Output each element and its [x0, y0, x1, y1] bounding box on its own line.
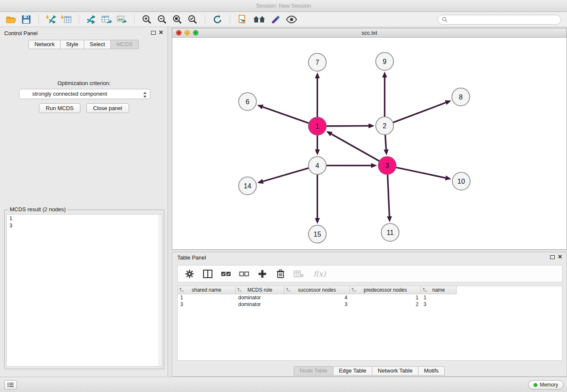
- open-session-button[interactable]: [4, 13, 18, 26]
- search-input[interactable]: [450, 17, 557, 22]
- column-header-shared-name[interactable]: shared name: [178, 286, 236, 294]
- table-header-row: shared nameMCDS rolesuccessor nodesprede…: [178, 286, 562, 294]
- result-line: 1: [7, 215, 162, 222]
- edge-arrow-icon: [257, 179, 264, 184]
- tab-select[interactable]: Select: [84, 40, 111, 49]
- column-header-name[interactable]: name: [421, 286, 457, 294]
- control-panel: Control Panel ✕ NetworkStyleSelectMCDS O…: [0, 27, 168, 377]
- node-label-7: 7: [316, 59, 319, 66]
- zoom-selected-button[interactable]: [186, 13, 199, 26]
- edge-4-14[interactable]: [263, 168, 309, 181]
- annotation-button[interactable]: [270, 13, 283, 26]
- tab-node-table[interactable]: Node Table: [294, 366, 333, 375]
- import-table-button[interactable]: [60, 13, 73, 26]
- add-column-button[interactable]: [256, 268, 268, 280]
- tab-network[interactable]: Network: [28, 40, 61, 49]
- delete-table-icon: [294, 270, 304, 278]
- sort-icon: [352, 288, 356, 292]
- show-hide-button[interactable]: [285, 13, 298, 26]
- select-all-button[interactable]: [220, 268, 232, 280]
- float-table-panel-icon[interactable]: [550, 255, 555, 259]
- unselect-all-button[interactable]: [238, 268, 250, 280]
- clipboard-network-button[interactable]: [236, 13, 249, 26]
- zoom-fit-button[interactable]: [171, 13, 184, 26]
- first-neighbors-icon: [253, 15, 266, 24]
- table-cell: 1: [421, 295, 457, 301]
- edge-2-3[interactable]: [385, 134, 386, 149]
- status-bar: Memory: [0, 377, 567, 392]
- edge-3-10[interactable]: [395, 167, 446, 178]
- show-panels-button[interactable]: [4, 380, 17, 389]
- toolbar-separator: [134, 15, 135, 24]
- table-cell: 4: [284, 295, 350, 301]
- close-panel-button[interactable]: Close panel: [86, 103, 129, 113]
- node-label-4: 4: [316, 162, 319, 169]
- node-label-1: 1: [316, 123, 319, 130]
- tab-network-table[interactable]: Network Table: [372, 366, 418, 375]
- function-builder-button[interactable]: f(x): [311, 268, 328, 280]
- annotation-icon: [271, 15, 281, 24]
- tab-style[interactable]: Style: [60, 40, 84, 49]
- table-cell: 1: [350, 295, 421, 301]
- toolbar-separator: [39, 15, 39, 24]
- mcds-result-list[interactable]: 13: [6, 214, 162, 367]
- tab-motifs[interactable]: Motifs: [418, 366, 445, 375]
- zoom-out-button[interactable]: [155, 13, 169, 26]
- table-settings-button[interactable]: [184, 268, 195, 280]
- zoom-in-button[interactable]: [140, 13, 154, 26]
- table-cell: 1: [178, 295, 236, 301]
- new-network-file-button[interactable]: [100, 13, 113, 26]
- edge-1-6[interactable]: [263, 107, 310, 124]
- minimize-window-icon[interactable]: −: [184, 30, 190, 36]
- control-panel-title: Control Panel: [4, 30, 38, 36]
- edge-2-8[interactable]: [392, 102, 446, 123]
- new-network-file-icon: [101, 14, 112, 25]
- delete-table-button[interactable]: [293, 268, 305, 280]
- export-image-button[interactable]: [115, 13, 129, 26]
- run-mcds-button[interactable]: Run MCDS: [39, 103, 80, 113]
- column-header-label: name: [432, 287, 445, 293]
- table-cell: dominator: [236, 301, 284, 307]
- tab-mcds[interactable]: MCDS: [110, 40, 138, 49]
- close-panel-icon[interactable]: ✕: [159, 30, 163, 36]
- edge-3-11[interactable]: [388, 174, 389, 216]
- column-header-mcds-role[interactable]: MCDS role: [236, 286, 284, 294]
- maximize-window-icon[interactable]: +: [193, 30, 198, 36]
- criterion-dropdown[interactable]: strongly connected component: [19, 89, 150, 99]
- zoom-selected-icon: [187, 14, 198, 25]
- edge-arrow-icon: [445, 175, 451, 180]
- refresh-layout-button[interactable]: [211, 13, 224, 26]
- import-network-button[interactable]: [44, 13, 58, 26]
- edge-arrow-icon: [315, 149, 320, 155]
- column-header-predecessor-nodes[interactable]: predecessor nodes: [350, 286, 421, 294]
- save-session-button[interactable]: [19, 13, 33, 26]
- new-network-icon: [86, 14, 97, 25]
- float-panel-icon[interactable]: [151, 31, 156, 35]
- node-label-15: 15: [314, 231, 321, 238]
- table-cell: 3: [284, 301, 350, 307]
- clipboard-network-icon: [237, 14, 248, 25]
- column-header-successor-nodes[interactable]: successor nodes: [284, 286, 350, 294]
- memory-status-icon: [534, 383, 537, 387]
- new-network-button[interactable]: [85, 13, 98, 26]
- import-table-icon: [61, 14, 72, 25]
- sort-icon: [423, 288, 427, 292]
- memory-button[interactable]: Memory: [528, 380, 564, 389]
- edge-arrow-icon: [369, 123, 374, 128]
- close-window-icon[interactable]: ✕: [176, 30, 182, 36]
- network-canvas[interactable]: 7968124314101511: [172, 38, 567, 249]
- delete-column-button[interactable]: [275, 268, 286, 280]
- toolbar-separator: [79, 15, 79, 24]
- unselect-all-icon: [239, 271, 249, 277]
- search-field[interactable]: [438, 15, 561, 25]
- result-scrollbar[interactable]: [159, 215, 162, 366]
- first-neighbors-button[interactable]: [251, 13, 268, 26]
- table-row[interactable]: 1dominator411: [178, 294, 562, 301]
- table-row[interactable]: 3dominator323: [178, 301, 562, 308]
- close-table-panel-icon[interactable]: ✕: [558, 254, 562, 260]
- edge-3-1[interactable]: [331, 134, 380, 162]
- tab-edge-table[interactable]: Edge Table: [333, 366, 372, 375]
- network-window-titlebar[interactable]: ✕ − + scc.txt: [172, 28, 567, 38]
- edge-1-2[interactable]: [325, 126, 369, 126]
- show-columns-button[interactable]: [202, 268, 214, 280]
